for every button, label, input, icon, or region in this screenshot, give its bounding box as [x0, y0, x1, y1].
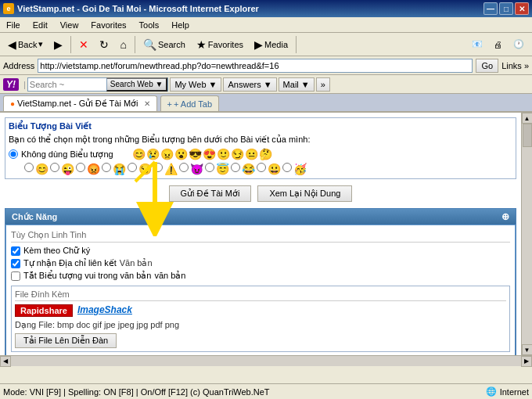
option1-checkbox[interactable]: [11, 246, 20, 256]
emoji-s11[interactable]: 🥳: [293, 163, 307, 175]
emoji-radio-9[interactable]: [205, 163, 214, 172]
emoji-6[interactable]: 😍: [203, 148, 216, 160]
option2-checkbox[interactable]: [11, 259, 20, 268]
emoji-8[interactable]: 😏: [231, 148, 244, 160]
emoji-radio-12[interactable]: [282, 163, 292, 172]
close-button[interactable]: ✕: [515, 2, 529, 15]
ie-icon: e: [3, 3, 14, 14]
no-icon-radio[interactable]: [9, 149, 18, 159]
add-tab-button[interactable]: + + Add Tab: [160, 95, 219, 111]
status-copyright: (c) QuanTriWeb.NeT: [190, 387, 269, 397]
scroll-left-button[interactable]: ◀: [0, 356, 11, 367]
emoji-5[interactable]: 😎: [189, 148, 202, 160]
emoji-radio-4[interactable]: [76, 163, 85, 172]
upload-button[interactable]: Tải File Lên Diễn Đàn: [15, 333, 117, 348]
emoji-4[interactable]: 😮: [174, 148, 188, 160]
refresh-button[interactable]: ↻: [95, 36, 113, 53]
menu-favorites[interactable]: Favorites: [88, 19, 129, 31]
tab-close-icon[interactable]: ✕: [144, 99, 150, 108]
vertical-scrollbar[interactable]: ▲ ▼: [521, 113, 532, 355]
emoji-s5[interactable]: 😏: [138, 163, 152, 175]
emoji-s7[interactable]: 😈: [190, 163, 203, 175]
no-icon-row: Không dùng Biểu tượng 😊 😢 😠 😮 😎 😍 🙂 😏 😐 …: [9, 148, 512, 160]
print-btn[interactable]: 🖨: [489, 37, 507, 52]
scroll-right-button[interactable]: ▶: [521, 356, 532, 367]
minimize-button[interactable]: —: [483, 2, 498, 15]
yahoo-search-button[interactable]: Search Web ▼: [106, 77, 168, 92]
emoji-2[interactable]: 😢: [146, 148, 160, 160]
emoji-7[interactable]: 🙂: [217, 148, 230, 160]
stop-button[interactable]: ✕: [74, 36, 93, 53]
emoji-s1[interactable]: 😊: [35, 163, 49, 175]
chuc-nang-body: Tùy Chọn Linh Tinh Kèm theo Chữ ký Tự nh…: [6, 225, 515, 355]
file-types: Dạng File: bmp doc gif jpe jpeg jpg pdf …: [15, 320, 506, 330]
title-bar: e VietStamp.net - Goi De Tai Moi - Micro…: [0, 0, 532, 17]
menu-help[interactable]: Help: [168, 19, 192, 31]
scroll-up-button[interactable]: ▲: [522, 113, 533, 124]
yahoo-logo[interactable]: Y!: [3, 78, 19, 91]
emoji-s9[interactable]: 😂: [242, 163, 255, 175]
emoji-radio-6[interactable]: [128, 163, 137, 172]
address-input[interactable]: [38, 59, 473, 73]
yahoo-mail-btn[interactable]: 📧: [467, 37, 487, 52]
home-button[interactable]: ⌂: [115, 36, 131, 53]
forward-button[interactable]: ▶: [49, 36, 67, 53]
scroll-down-button[interactable]: ▼: [522, 344, 533, 355]
option3-checkbox[interactable]: [11, 271, 20, 281]
bieu-tuong-desc: Bạn có thể chọn một trong những Biểu tượ…: [9, 135, 512, 145]
menu-view[interactable]: View: [57, 19, 82, 31]
emoji-3[interactable]: 😠: [160, 148, 174, 160]
more-button[interactable]: »: [316, 77, 330, 92]
option3-row: Tắt Biểu tượng vui trong văn bản văn bản: [11, 271, 510, 281]
menu-tools[interactable]: Tools: [136, 19, 163, 31]
emoji-s6[interactable]: ⚠️: [164, 163, 178, 175]
active-tab-label: VietStamp.net - Gửi Đề Tài Mới: [17, 99, 138, 109]
option2-label: Tự nhận Địa chỉ liên kết: [23, 258, 117, 268]
menu-file[interactable]: File: [3, 19, 23, 31]
separator2: [135, 36, 135, 53]
emoji-radio-11[interactable]: [257, 163, 266, 172]
status-zone: Internet: [500, 387, 529, 397]
back-dropdown-icon: ▾: [38, 39, 43, 49]
emoji-radio-5[interactable]: [102, 163, 111, 172]
expand-icon[interactable]: ⊕: [501, 211, 509, 222]
emoji-10[interactable]: 🤔: [259, 148, 272, 160]
emoji-radio-7[interactable]: [153, 163, 163, 172]
emoji-radio-8[interactable]: [179, 163, 189, 172]
answers-button[interactable]: Answers ▼: [223, 77, 276, 92]
favorites-button[interactable]: ★ Favorites: [192, 36, 248, 53]
emoji-radio-3[interactable]: [50, 163, 59, 172]
emoji-s4[interactable]: 😭: [113, 163, 126, 175]
horizontal-scrollbar[interactable]: ◀ ▶: [0, 355, 532, 366]
emoji-radio-10[interactable]: [231, 163, 240, 172]
emoji-s3[interactable]: 😡: [87, 163, 100, 175]
add-tab-icon: +: [167, 99, 172, 109]
scroll-track-h: [11, 357, 521, 366]
emoji-s2[interactable]: 😜: [61, 163, 74, 175]
submit-button[interactable]: Gửi Đề Tài Mới: [169, 185, 252, 202]
media-button[interactable]: ▶ Media: [250, 36, 293, 53]
back-button[interactable]: ◀ Back ▾: [3, 36, 48, 53]
rapidshare-button[interactable]: Rapidshare: [15, 304, 73, 317]
emoji-radio-2[interactable]: [24, 163, 34, 172]
yahoo-search-input[interactable]: [28, 80, 106, 89]
emoji-s10[interactable]: 😀: [268, 163, 281, 175]
go-button[interactable]: Go: [476, 59, 498, 73]
menu-edit[interactable]: Edit: [30, 19, 51, 31]
maximize-button[interactable]: □: [499, 2, 513, 15]
imageshack-button[interactable]: ImageShack: [77, 304, 132, 317]
emoji-s8[interactable]: 😇: [216, 163, 229, 175]
search-button[interactable]: 🔍 Search: [138, 36, 190, 53]
separator3: [296, 36, 297, 53]
active-tab[interactable]: ● VietStamp.net - Gửi Đề Tài Mới ✕: [3, 95, 157, 111]
scroll-track: [523, 124, 532, 344]
emoji-9[interactable]: 😐: [245, 148, 258, 160]
scroll-thumb[interactable]: [523, 124, 532, 147]
mail-button[interactable]: Mail ▼: [279, 77, 315, 92]
status-bar: Mode: VNI [F9] | Spelling: ON [F8] | On/…: [0, 383, 532, 399]
file-links: Rapidshare ImageShack: [15, 304, 506, 317]
emoji-1[interactable]: 😊: [132, 148, 146, 160]
my-web-button[interactable]: My Web ▼: [170, 77, 221, 92]
history-btn[interactable]: 🕐: [509, 37, 529, 52]
preview-button[interactable]: Xem Lại Nội Dung: [257, 185, 352, 202]
